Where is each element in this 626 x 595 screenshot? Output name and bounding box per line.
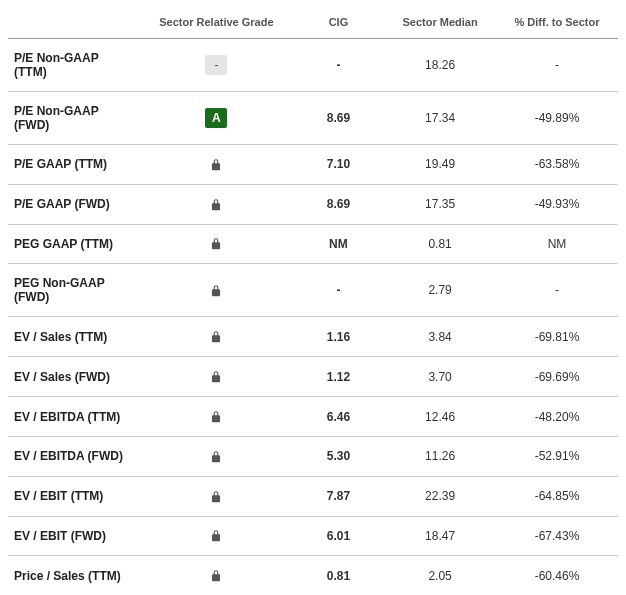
table-row: EV / EBITDA (FWD)5.3011.26-52.91% [8,436,618,476]
grade-cell [140,224,293,264]
grade-cell [140,436,293,476]
pct-diff-value: -49.89% [496,92,618,145]
sector-median-value: 18.26 [384,39,496,92]
grade-cell [140,264,293,317]
metric-name[interactable]: P/E GAAP (FWD) [8,184,140,224]
lock-icon[interactable] [209,284,223,298]
lock-icon[interactable] [209,237,223,251]
sector-median-value: 0.81 [384,224,496,264]
grade-cell [140,357,293,397]
header-grade: Sector Relative Grade [140,8,293,39]
metric-name[interactable]: P/E Non-GAAP (FWD) [8,92,140,145]
metric-name[interactable]: EV / EBITDA (TTM) [8,397,140,437]
cig-value: 1.16 [293,317,385,357]
table-row: PEG Non-GAAP (FWD)-2.79- [8,264,618,317]
grade-cell [140,397,293,437]
pct-diff-value: - [496,264,618,317]
header-cig: CIG [293,8,385,39]
table-row: EV / Sales (TTM)1.163.84-69.81% [8,317,618,357]
table-row: EV / EBIT (FWD)6.0118.47-67.43% [8,516,618,556]
table-row: P/E Non-GAAP (FWD)A8.6917.34-49.89% [8,92,618,145]
metric-name[interactable]: EV / EBIT (TTM) [8,476,140,516]
pct-diff-value: -49.93% [496,184,618,224]
table-row: P/E Non-GAAP (TTM)--18.26- [8,39,618,92]
metric-name[interactable]: EV / EBIT (FWD) [8,516,140,556]
lock-icon[interactable] [209,330,223,344]
grade-dash: - [205,55,227,75]
lock-icon[interactable] [209,569,223,583]
cig-value: 8.69 [293,184,385,224]
grade-cell [140,145,293,185]
header-diff: % Diff. to Sector [496,8,618,39]
table-row: Price / Sales (TTM)0.812.05-60.46% [8,556,618,595]
header-metric [8,8,140,39]
table-row: EV / Sales (FWD)1.123.70-69.69% [8,357,618,397]
pct-diff-value: - [496,39,618,92]
grade-cell: - [140,39,293,92]
grade-cell [140,516,293,556]
grade-cell [140,556,293,595]
cig-value: 1.12 [293,357,385,397]
table-header-row: Sector Relative Grade CIG Sector Median … [8,8,618,39]
grade-cell: A [140,92,293,145]
cig-value: 7.87 [293,476,385,516]
sector-median-value: 3.84 [384,317,496,357]
table-row: PEG GAAP (TTM)NM0.81NM [8,224,618,264]
grade-badge[interactable]: A [205,108,227,128]
sector-median-value: 2.05 [384,556,496,595]
cig-value: 6.01 [293,516,385,556]
lock-icon[interactable] [209,198,223,212]
metric-name[interactable]: PEG GAAP (TTM) [8,224,140,264]
pct-diff-value: -67.43% [496,516,618,556]
metric-name[interactable]: EV / EBITDA (FWD) [8,436,140,476]
sector-median-value: 2.79 [384,264,496,317]
table-row: EV / EBITDA (TTM)6.4612.46-48.20% [8,397,618,437]
cig-value: 7.10 [293,145,385,185]
pct-diff-value: -64.85% [496,476,618,516]
header-median: Sector Median [384,8,496,39]
cig-value: 8.69 [293,92,385,145]
lock-icon[interactable] [209,490,223,504]
cig-value: NM [293,224,385,264]
sector-median-value: 17.34 [384,92,496,145]
sector-median-value: 19.49 [384,145,496,185]
cig-value: - [293,264,385,317]
cig-value: - [293,39,385,92]
sector-median-value: 18.47 [384,516,496,556]
sector-median-value: 12.46 [384,397,496,437]
sector-median-value: 17.35 [384,184,496,224]
lock-icon[interactable] [209,158,223,172]
lock-icon[interactable] [209,370,223,384]
pct-diff-value: -52.91% [496,436,618,476]
metric-name[interactable]: Price / Sales (TTM) [8,556,140,595]
metric-name[interactable]: PEG Non-GAAP (FWD) [8,264,140,317]
lock-icon[interactable] [209,529,223,543]
pct-diff-value: -48.20% [496,397,618,437]
cig-value: 6.46 [293,397,385,437]
pct-diff-value: NM [496,224,618,264]
cig-value: 5.30 [293,436,385,476]
table-row: P/E GAAP (TTM)7.1019.49-63.58% [8,145,618,185]
table-row: EV / EBIT (TTM)7.8722.39-64.85% [8,476,618,516]
lock-icon[interactable] [209,410,223,424]
metric-name[interactable]: EV / Sales (TTM) [8,317,140,357]
table-row: P/E GAAP (FWD)8.6917.35-49.93% [8,184,618,224]
grade-cell [140,184,293,224]
pct-diff-value: -60.46% [496,556,618,595]
sector-median-value: 11.26 [384,436,496,476]
sector-median-value: 3.70 [384,357,496,397]
metric-name[interactable]: P/E GAAP (TTM) [8,145,140,185]
grade-cell [140,476,293,516]
pct-diff-value: -63.58% [496,145,618,185]
lock-icon[interactable] [209,450,223,464]
valuation-table: Sector Relative Grade CIG Sector Median … [8,8,618,595]
metric-name[interactable]: EV / Sales (FWD) [8,357,140,397]
metric-name[interactable]: P/E Non-GAAP (TTM) [8,39,140,92]
cig-value: 0.81 [293,556,385,595]
pct-diff-value: -69.81% [496,317,618,357]
grade-cell [140,317,293,357]
pct-diff-value: -69.69% [496,357,618,397]
sector-median-value: 22.39 [384,476,496,516]
